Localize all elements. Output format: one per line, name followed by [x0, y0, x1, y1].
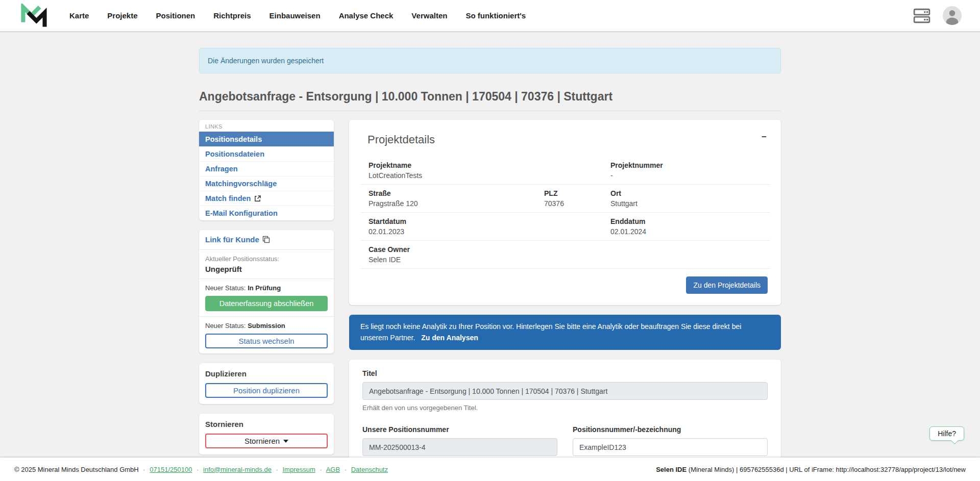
- nav-item-positionen[interactable]: Positionen: [156, 11, 195, 20]
- field-value: Stuttgart: [610, 199, 762, 208]
- footer-separator: ·: [197, 466, 199, 473]
- sidebar-item-matchingvorschlaege[interactable]: Matchingvorschläge: [199, 176, 334, 191]
- sidebar-item-label: Positionsdateien: [205, 150, 264, 158]
- field-value: 02.01.2024: [610, 227, 762, 236]
- saved-notification-text: Die Änderungen wurden gespeichert: [208, 57, 324, 65]
- position-number-input[interactable]: [573, 438, 768, 456]
- field-label: PLZ: [544, 189, 610, 197]
- user-avatar-icon[interactable]: [943, 6, 962, 25]
- field-label: Projektname: [369, 161, 544, 169]
- sidebar-item-positionsdateien[interactable]: Positionsdateien: [199, 146, 334, 161]
- sidebar: LINKS Positionsdetails Positionsdateien …: [199, 120, 334, 458]
- title-help-text: Erhält den von uns vorgegebenen Titel.: [362, 404, 768, 412]
- links-card-header: LINKS: [199, 120, 334, 132]
- sidebar-item-label: Positionsdetails: [205, 135, 262, 143]
- footer-link-email[interactable]: info@mineral-minds.de: [203, 466, 272, 473]
- links-card: LINKS Positionsdetails Positionsdateien …: [199, 120, 334, 220]
- external-link-icon: [254, 195, 261, 202]
- switch-status-button[interactable]: Status wechseln: [205, 334, 328, 348]
- position-number-label: Positionsnummer/-bezeichnung: [573, 425, 768, 434]
- footer-separator: ·: [320, 466, 322, 473]
- project-details-card: Projektdetails − Projektname LotCreation…: [349, 120, 781, 305]
- go-to-analyses-link[interactable]: Zu den Analysen: [421, 334, 478, 342]
- field-value: -: [610, 171, 762, 180]
- analytics-banner-text: Es liegt noch keine Analytik zu Ihrer Po…: [360, 322, 741, 342]
- next-status-value: Submission: [248, 322, 285, 330]
- cancel-dropdown-button[interactable]: Stornieren: [205, 434, 328, 448]
- nav-item-projekte[interactable]: Projekte: [107, 11, 137, 20]
- field-enddatum: Enddatum 02.01.2024: [610, 217, 762, 236]
- footer-copyright: © 2025 Mineral Minds Deutschland GmbH: [14, 466, 139, 473]
- mineral-minds-logo-icon[interactable]: [20, 4, 47, 28]
- sidebar-item-label: Match finden: [205, 194, 251, 202]
- topbar-actions: [913, 6, 966, 25]
- footer-separator: ·: [276, 466, 278, 473]
- sidebar-item-anfragen[interactable]: Anfragen: [199, 161, 334, 176]
- next-status-prefix: Neuer Status:: [205, 322, 246, 330]
- nav-item-verwalten[interactable]: Verwalten: [411, 11, 447, 20]
- nav-item-richtpreis[interactable]: Richtpreis: [213, 11, 251, 20]
- field-plz: PLZ 70376: [544, 189, 610, 208]
- help-button[interactable]: Hilfe?: [929, 426, 964, 441]
- go-to-project-details-button[interactable]: Zu den Projektdetails: [686, 276, 768, 294]
- title-input: [362, 382, 768, 400]
- nav-item-analyse-check[interactable]: Analyse Check: [339, 11, 394, 20]
- field-case-owner: Case Owner Selen IDE: [369, 245, 544, 264]
- cancel-card-title: Stornieren: [205, 420, 328, 428]
- nav-item-karte[interactable]: Karte: [69, 11, 89, 20]
- current-status-value: Ungeprüft: [205, 265, 328, 273]
- sidebar-item-positionsdetails[interactable]: Positionsdetails: [199, 132, 334, 146]
- sidebar-item-match-finden[interactable]: Match finden: [199, 191, 334, 206]
- customer-link[interactable]: Link für Kunde: [205, 235, 270, 244]
- caret-down-icon: [283, 440, 288, 443]
- duplicate-position-button[interactable]: Position duplizieren: [205, 383, 328, 398]
- footer-separator: ·: [143, 466, 145, 473]
- footer: © 2025 Mineral Minds Deutschland GmbH · …: [0, 458, 980, 481]
- main-content: Projektdetails − Projektname LotCreation…: [349, 120, 781, 458]
- field-label: Projektnummer: [610, 161, 762, 169]
- field-ort: Ort Stuttgart: [610, 189, 762, 208]
- sidebar-item-label: Anfragen: [205, 165, 238, 173]
- footer-link-impressum[interactable]: Impressum: [282, 466, 315, 473]
- server-storage-icon[interactable]: [913, 8, 930, 23]
- collapse-card-button[interactable]: −: [762, 132, 767, 142]
- nav-item-einbauweisen[interactable]: Einbauweisen: [270, 11, 321, 20]
- our-position-number-label: Unsere Positionsnummer: [362, 425, 557, 434]
- field-strasse: Straße Pragstraße 120: [369, 189, 544, 208]
- footer-left: © 2025 Mineral Minds Deutschland GmbH · …: [14, 466, 388, 473]
- position-form-card: Titel Erhält den von uns vorgegebenen Ti…: [349, 360, 781, 458]
- analytics-info-banner: Es liegt noch keine Analytik zu Ihrer Po…: [349, 315, 781, 350]
- field-label: Case Owner: [369, 245, 544, 254]
- next-status-line-2: Neuer Status: Submission: [205, 322, 328, 330]
- field-projektname: Projektname LotCreationTests: [369, 161, 544, 180]
- footer-link-agb[interactable]: AGB: [326, 466, 340, 473]
- footer-separator: ·: [345, 466, 347, 473]
- status-card: Link für Kunde Aktueller Positionsstatus…: [199, 230, 334, 353]
- duplicate-card: Duplizieren Position duplizieren: [199, 363, 334, 404]
- field-value: Selen IDE: [369, 256, 544, 264]
- our-position-number-input: [362, 438, 557, 456]
- footer-meta: (Mineral Minds) | 69576255536d | URL of …: [689, 466, 966, 473]
- copy-icon: [262, 236, 270, 243]
- next-status-line: Neuer Status: In Prüfung: [205, 284, 328, 292]
- next-status-value: In Prüfung: [248, 284, 281, 292]
- title-field-label: Titel: [362, 369, 768, 377]
- customer-link-label: Link für Kunde: [205, 235, 259, 244]
- complete-data-entry-button[interactable]: Datenerfassung abschließen: [205, 296, 328, 311]
- page-body: Die Änderungen wurden gespeichert Angebo…: [0, 31, 980, 458]
- field-value: LotCreationTests: [369, 171, 544, 180]
- top-navigation-bar: Karte Projekte Positionen Richtpreis Ein…: [0, 0, 980, 31]
- project-fields: Projektname LotCreationTests Projektnumm…: [360, 157, 770, 269]
- footer-link-phone[interactable]: 07151/250100: [150, 466, 192, 473]
- field-projektnummer: Projektnummer -: [610, 161, 762, 180]
- field-startdatum: Startdatum 02.01.2023: [369, 217, 544, 236]
- sidebar-item-label: E-Mail Konfiguration: [205, 209, 278, 217]
- footer-link-datenschutz[interactable]: Datenschutz: [351, 466, 388, 473]
- nav-item-so-funktionierts[interactable]: So funktioniert's: [465, 11, 526, 20]
- main-navigation: Karte Projekte Positionen Richtpreis Ein…: [69, 11, 526, 20]
- field-value: 02.01.2023: [369, 227, 544, 236]
- cancel-dropdown-label: Stornieren: [244, 437, 280, 445]
- field-label: Startdatum: [369, 217, 544, 225]
- sidebar-item-email-konfiguration[interactable]: E-Mail Konfiguration: [199, 206, 334, 220]
- field-value: 70376: [544, 199, 610, 208]
